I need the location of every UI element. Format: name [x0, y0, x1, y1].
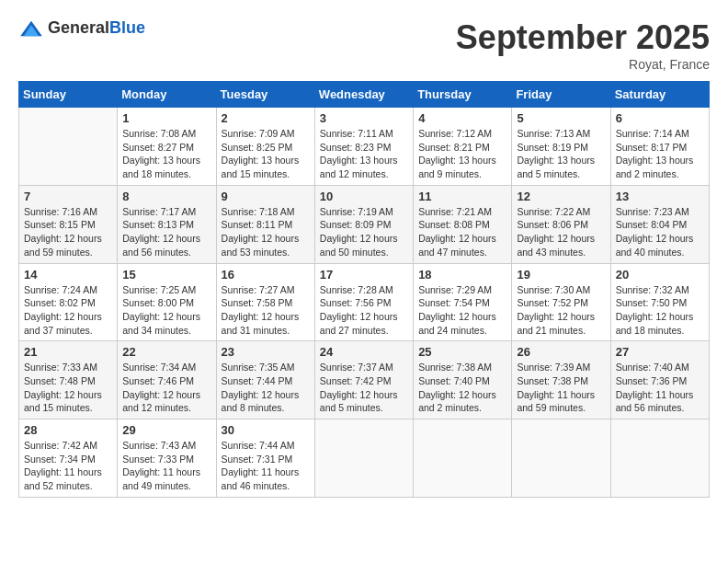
calendar-week-row: 7Sunrise: 7:16 AMSunset: 8:15 PMDaylight… — [19, 185, 710, 263]
calendar-day-cell: 28Sunrise: 7:42 AMSunset: 7:34 PMDayligh… — [19, 419, 118, 498]
day-number: 6 — [616, 111, 704, 125]
day-number: 3 — [320, 111, 408, 125]
day-number: 19 — [517, 268, 605, 282]
calendar-day-cell: 29Sunrise: 7:43 AMSunset: 7:33 PMDayligh… — [118, 419, 216, 498]
calendar-day-cell: 9Sunrise: 7:18 AMSunset: 8:11 PMDaylight… — [216, 185, 314, 263]
day-number: 17 — [320, 268, 408, 282]
calendar-day-cell: 17Sunrise: 7:28 AMSunset: 7:56 PMDayligh… — [314, 263, 413, 341]
cell-info: Sunrise: 7:14 AMSunset: 8:17 PMDaylight:… — [616, 127, 704, 181]
cell-info: Sunrise: 7:25 AMSunset: 8:00 PMDaylight:… — [122, 283, 210, 338]
calendar-day-cell: 11Sunrise: 7:21 AMSunset: 8:08 PMDayligh… — [414, 185, 512, 263]
cell-info: Sunrise: 7:37 AMSunset: 7:42 PMDaylight:… — [320, 361, 408, 415]
calendar-day-cell: 20Sunrise: 7:32 AMSunset: 7:50 PMDayligh… — [610, 263, 709, 341]
day-number: 8 — [122, 190, 210, 203]
calendar-day-cell — [414, 419, 512, 498]
calendar-week-row: 1Sunrise: 7:08 AMSunset: 8:27 PMDaylight… — [19, 108, 710, 186]
day-number: 23 — [222, 345, 310, 359]
calendar-day-cell: 27Sunrise: 7:40 AMSunset: 7:36 PMDayligh… — [610, 341, 709, 419]
cell-info: Sunrise: 7:35 AMSunset: 7:44 PMDaylight:… — [222, 361, 310, 415]
cell-info: Sunrise: 7:29 AMSunset: 7:54 PMDaylight:… — [418, 283, 506, 338]
day-number: 26 — [517, 345, 605, 359]
cell-info: Sunrise: 7:34 AMSunset: 7:46 PMDaylight:… — [122, 361, 210, 415]
day-number: 11 — [418, 190, 506, 203]
logo-blue-text: Blue — [109, 18, 145, 37]
title-section: September 2025 Royat, France — [456, 18, 710, 72]
cell-info: Sunrise: 7:40 AMSunset: 7:36 PMDaylight:… — [616, 361, 704, 415]
cell-info: Sunrise: 7:38 AMSunset: 7:40 PMDaylight:… — [418, 361, 506, 415]
day-number: 27 — [616, 345, 704, 359]
calendar-day-cell: 14Sunrise: 7:24 AMSunset: 8:02 PMDayligh… — [19, 263, 118, 341]
calendar-week-row: 14Sunrise: 7:24 AMSunset: 8:02 PMDayligh… — [19, 263, 710, 341]
calendar-day-cell: 22Sunrise: 7:34 AMSunset: 7:46 PMDayligh… — [118, 341, 216, 419]
calendar-day-cell: 12Sunrise: 7:22 AMSunset: 8:06 PMDayligh… — [512, 185, 610, 263]
cell-info: Sunrise: 7:39 AMSunset: 7:38 PMDaylight:… — [517, 361, 605, 415]
page-header: GeneralBlue September 2025 Royat, France — [18, 18, 710, 72]
calendar-table: SundayMondayTuesdayWednesdayThursdayFrid… — [18, 81, 710, 498]
cell-info: Sunrise: 7:21 AMSunset: 8:08 PMDaylight:… — [418, 205, 506, 259]
calendar-day-cell: 3Sunrise: 7:11 AMSunset: 8:23 PMDaylight… — [314, 108, 413, 186]
cell-info: Sunrise: 7:32 AMSunset: 7:50 PMDaylight:… — [616, 283, 704, 338]
day-of-week-header: Tuesday — [216, 82, 314, 108]
day-of-week-header: Friday — [512, 82, 610, 108]
calendar-day-cell: 6Sunrise: 7:14 AMSunset: 8:17 PMDaylight… — [610, 108, 709, 186]
cell-info: Sunrise: 7:43 AMSunset: 7:33 PMDaylight:… — [122, 439, 210, 493]
calendar-day-cell: 15Sunrise: 7:25 AMSunset: 8:00 PMDayligh… — [118, 263, 216, 341]
logo-general-text: General — [48, 18, 109, 37]
cell-info: Sunrise: 7:13 AMSunset: 8:19 PMDaylight:… — [517, 127, 605, 181]
day-number: 20 — [616, 268, 704, 282]
day-number: 15 — [122, 268, 210, 282]
cell-info: Sunrise: 7:24 AMSunset: 8:02 PMDaylight:… — [24, 283, 112, 338]
calendar-day-cell: 5Sunrise: 7:13 AMSunset: 8:19 PMDaylight… — [512, 108, 610, 186]
day-number: 21 — [24, 345, 112, 359]
day-number: 24 — [320, 345, 408, 359]
day-number: 30 — [222, 423, 310, 437]
day-number: 2 — [222, 111, 310, 125]
logo: GeneralBlue — [18, 18, 145, 38]
day-of-week-header: Saturday — [610, 82, 709, 108]
calendar-day-cell — [19, 108, 118, 186]
day-number: 12 — [517, 190, 605, 203]
day-number: 10 — [320, 190, 408, 203]
calendar-day-cell: 24Sunrise: 7:37 AMSunset: 7:42 PMDayligh… — [314, 341, 413, 419]
calendar-day-cell: 19Sunrise: 7:30 AMSunset: 7:52 PMDayligh… — [512, 263, 610, 341]
month-title: September 2025 — [456, 18, 710, 57]
day-number: 16 — [222, 268, 310, 282]
calendar-day-cell: 26Sunrise: 7:39 AMSunset: 7:38 PMDayligh… — [512, 341, 610, 419]
day-of-week-header: Thursday — [414, 82, 512, 108]
day-number: 7 — [24, 190, 112, 203]
cell-info: Sunrise: 7:09 AMSunset: 8:25 PMDaylight:… — [222, 127, 310, 181]
cell-info: Sunrise: 7:28 AMSunset: 7:56 PMDaylight:… — [320, 283, 408, 338]
day-of-week-header: Sunday — [19, 82, 118, 108]
calendar-header-row: SundayMondayTuesdayWednesdayThursdayFrid… — [19, 82, 710, 108]
cell-info: Sunrise: 7:11 AMSunset: 8:23 PMDaylight:… — [320, 127, 408, 181]
calendar-day-cell — [512, 419, 610, 498]
day-number: 1 — [122, 111, 210, 125]
cell-info: Sunrise: 7:44 AMSunset: 7:31 PMDaylight:… — [222, 439, 310, 493]
calendar-day-cell: 13Sunrise: 7:23 AMSunset: 8:04 PMDayligh… — [610, 185, 709, 263]
day-of-week-header: Monday — [118, 82, 216, 108]
day-number: 4 — [418, 111, 506, 125]
day-number: 22 — [122, 345, 210, 359]
cell-info: Sunrise: 7:19 AMSunset: 8:09 PMDaylight:… — [320, 205, 408, 259]
cell-info: Sunrise: 7:27 AMSunset: 7:58 PMDaylight:… — [222, 283, 310, 338]
calendar-day-cell: 2Sunrise: 7:09 AMSunset: 8:25 PMDaylight… — [216, 108, 314, 186]
day-number: 9 — [222, 190, 310, 203]
calendar-week-row: 21Sunrise: 7:33 AMSunset: 7:48 PMDayligh… — [19, 341, 710, 419]
cell-info: Sunrise: 7:30 AMSunset: 7:52 PMDaylight:… — [517, 283, 605, 338]
day-number: 25 — [418, 345, 506, 359]
cell-info: Sunrise: 7:12 AMSunset: 8:21 PMDaylight:… — [418, 127, 506, 181]
calendar-day-cell: 30Sunrise: 7:44 AMSunset: 7:31 PMDayligh… — [216, 419, 314, 498]
calendar-week-row: 28Sunrise: 7:42 AMSunset: 7:34 PMDayligh… — [19, 419, 710, 498]
cell-info: Sunrise: 7:08 AMSunset: 8:27 PMDaylight:… — [122, 127, 210, 181]
day-number: 18 — [418, 268, 506, 282]
cell-info: Sunrise: 7:22 AMSunset: 8:06 PMDaylight:… — [517, 205, 605, 259]
calendar-day-cell — [610, 419, 709, 498]
calendar-day-cell: 21Sunrise: 7:33 AMSunset: 7:48 PMDayligh… — [19, 341, 118, 419]
day-number: 14 — [24, 268, 112, 282]
calendar-day-cell: 23Sunrise: 7:35 AMSunset: 7:44 PMDayligh… — [216, 341, 314, 419]
cell-info: Sunrise: 7:23 AMSunset: 8:04 PMDaylight:… — [616, 205, 704, 259]
day-of-week-header: Wednesday — [314, 82, 413, 108]
location-text: Royat, France — [456, 57, 710, 72]
calendar-day-cell — [314, 419, 413, 498]
cell-info: Sunrise: 7:18 AMSunset: 8:11 PMDaylight:… — [222, 205, 310, 259]
